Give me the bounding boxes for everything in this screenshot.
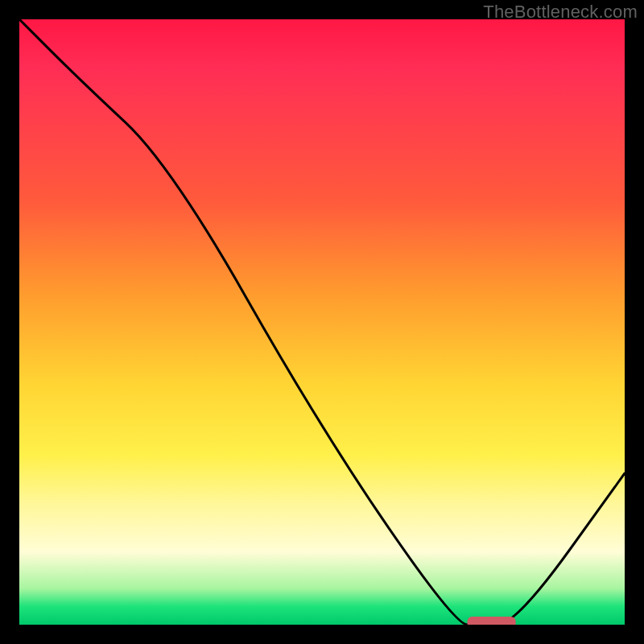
optimum-marker [467, 617, 515, 625]
bottleneck-chart [19, 19, 625, 625]
curve-layer [19, 19, 625, 625]
bottleneck-curve [19, 19, 625, 625]
